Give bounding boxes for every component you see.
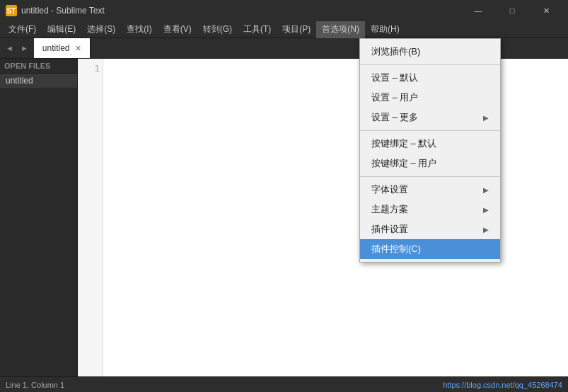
menu-item-e[interactable]: 编辑(E) [42, 21, 81, 38]
sidebar: OPEN FILES untitled [0, 59, 78, 376]
menu-item-i[interactable]: 查找(I) [121, 21, 157, 38]
status-link: https://blog.csdn.net/qq_45268474 [443, 381, 562, 389]
dropdown-item-label: 按键绑定 – 默认 [371, 137, 436, 150]
maximize-button[interactable]: □ [496, 0, 528, 21]
dropdown-divider-1 [360, 64, 500, 65]
dropdown-item-label: 插件设置 [371, 223, 408, 236]
dropdown-item-label: 主题方案 [371, 203, 408, 216]
title-text: untitled - Sublime Text [21, 6, 462, 16]
tab-label: untitled [42, 43, 70, 53]
close-button[interactable]: ✕ [530, 0, 562, 21]
dropdown-item-label: 插件控制(C) [371, 243, 421, 255]
menu-item-n[interactable]: 首选项(N) [316, 21, 365, 38]
menu-bar: 文件(F)编辑(E)选择(S)查找(I)查看(V)转到(G)工具(T)项目(P)… [0, 21, 568, 38]
dropdown-item-[interactable]: 设置 – 更多▶ [360, 108, 500, 127]
menu-item-s[interactable]: 选择(S) [81, 21, 121, 38]
tab-untitled[interactable]: untitled × [34, 38, 91, 58]
dropdown-submenu-arrow: ▶ [483, 206, 489, 214]
dropdown-item-label: 设置 – 默认 [371, 71, 418, 84]
dropdown-item-[interactable]: 主题方案▶ [360, 200, 500, 219]
dropdown-item-[interactable]: 按键绑定 – 用户 [360, 154, 500, 173]
dropdown-item-[interactable]: 设置 – 默认 [360, 68, 500, 88]
dropdown-item-[interactable]: 按键绑定 – 默认 [360, 134, 500, 154]
sidebar-file-untitled[interactable]: untitled [0, 74, 77, 88]
sidebar-header: OPEN FILES [0, 59, 77, 74]
dropdown-item-label: 设置 – 更多 [371, 111, 418, 124]
dropdown-submenu-arrow: ▶ [483, 186, 489, 194]
status-position: Line 1, Column 1 [6, 381, 64, 389]
dropdown-item-label: 字体设置 [371, 183, 408, 196]
dropdown-item-c[interactable]: 插件控制(C) [360, 239, 500, 259]
menu-item-t[interactable]: 工具(T) [238, 21, 277, 38]
menu-item-f[interactable]: 文件(F) [3, 21, 42, 38]
dropdown-divider-8 [360, 176, 500, 177]
dropdown-submenu-arrow: ▶ [483, 114, 489, 122]
dropdown-item-b[interactable]: 浏览插件(B) [360, 42, 500, 62]
tab-close-button[interactable]: × [75, 43, 81, 53]
dropdown-item-[interactable]: 字体设置▶ [360, 180, 500, 200]
tab-arrow-left[interactable]: ◄ [3, 42, 16, 54]
menu-item-v[interactable]: 查看(V) [158, 21, 197, 38]
menu-item-h[interactable]: 帮助(H) [365, 21, 405, 38]
minimize-button[interactable]: — [462, 0, 494, 21]
tab-arrows: ◄ ► [0, 38, 34, 58]
menu-item-g[interactable]: 转到(G) [197, 21, 238, 38]
preferences-dropdown: 浏览插件(B)设置 – 默认设置 – 用户设置 – 更多▶按键绑定 – 默认按键… [359, 38, 501, 263]
tab-arrow-right[interactable]: ► [18, 42, 31, 54]
menu-item-p[interactable]: 项目(P) [277, 21, 316, 38]
dropdown-submenu-arrow: ▶ [483, 226, 489, 234]
dropdown-item-label: 浏览插件(B) [371, 45, 420, 58]
title-controls: — □ ✕ [462, 0, 562, 21]
line-numbers: 1 [78, 59, 103, 376]
dropdown-item-label: 按键绑定 – 用户 [371, 157, 436, 170]
status-bar: Line 1, Column 1 https://blog.csdn.net/q… [0, 376, 568, 392]
title-bar: ST untitled - Sublime Text — □ ✕ [0, 0, 568, 21]
line-number-1: 1 [81, 63, 100, 74]
dropdown-item-label: 设置 – 用户 [371, 91, 418, 104]
app-icon: ST [6, 5, 17, 16]
dropdown-divider-5 [360, 130, 500, 131]
dropdown-item-[interactable]: 设置 – 用户 [360, 88, 500, 108]
dropdown-item-[interactable]: 插件设置▶ [360, 219, 500, 239]
